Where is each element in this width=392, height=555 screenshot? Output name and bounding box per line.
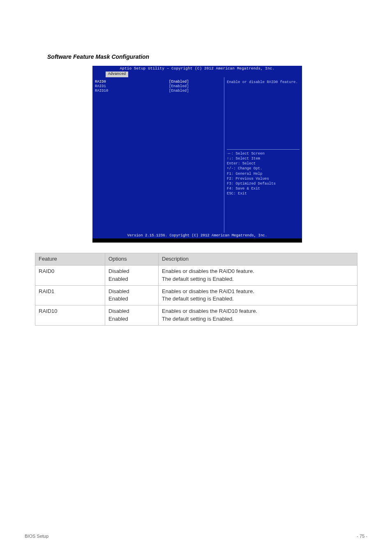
settings-table: Feature Options Description RAID0 Disabl…: [35, 253, 357, 326]
section-heading: Software Feature Mask Configuration: [47, 53, 149, 60]
key-select-item: ↑↓: Select Item: [227, 156, 300, 161]
option-label: RAID0: [95, 80, 169, 84]
bios-tab-row: Advanced: [92, 72, 302, 77]
key-legend: →←: Select Screen ↑↓: Select Item Enter:…: [227, 149, 300, 196]
table-header-row: Feature Options Description: [35, 253, 357, 266]
cell-options: DisabledEnabled: [105, 265, 159, 285]
key-f3: F3: Optimized Defaults: [227, 181, 300, 186]
col-options: Options: [105, 253, 159, 266]
bios-options-pane[interactable]: RAID0 [Enabled] RAID1 [Enabled] RAID10 […: [92, 77, 224, 233]
cell-feature: RAID0: [35, 265, 105, 285]
table-row: RAID1 DisabledEnabled Enables or disable…: [35, 285, 357, 305]
option-value: [Enabled]: [169, 84, 189, 88]
cell-feature: RAID1: [35, 285, 105, 305]
key-f2: F2: Previous Values: [227, 176, 300, 181]
bios-title-bar: Aptio Setup Utility – Copyright (C) 2012…: [92, 66, 302, 72]
tab-advanced[interactable]: Advanced: [106, 72, 128, 77]
option-raid0[interactable]: RAID0 [Enabled]: [95, 80, 221, 84]
key-f4: F4: Save & Exit: [227, 186, 300, 191]
footer-page-number: - 75 -: [357, 534, 367, 539]
option-raid1[interactable]: RAID1 [Enabled]: [95, 84, 221, 88]
table-row: RAID10 DisabledEnabled Enables or disabl…: [35, 305, 357, 326]
help-text: Enable or disable RAID0 feature.: [227, 80, 300, 85]
key-f1: F1: General Help: [227, 171, 300, 176]
option-label: RAID1: [95, 84, 169, 88]
option-value: [Enabled]: [169, 89, 189, 93]
cell-feature: RAID10: [35, 305, 105, 326]
key-esc: ESC: Exit: [227, 191, 300, 196]
bios-help-pane: Enable or disable RAID0 feature. →←: Sel…: [224, 77, 302, 233]
col-description: Description: [159, 253, 357, 266]
bios-screenshot: Aptio Setup Utility – Copyright (C) 2012…: [92, 66, 302, 243]
option-label: RAID10: [95, 89, 169, 93]
cell-options: DisabledEnabled: [105, 305, 159, 326]
cell-options: DisabledEnabled: [105, 285, 159, 305]
bios-version-footer: Version 2.15.1236. Copyright (C) 2012 Am…: [92, 233, 302, 238]
footer-section: BIOS Setup: [25, 534, 48, 539]
page-footer: BIOS Setup - 75 -: [25, 534, 367, 539]
cell-desc: Enables or disables the RAID10 feature.T…: [159, 305, 357, 326]
key-select-screen: →←: Select Screen: [227, 151, 300, 156]
key-enter: Enter: Select: [227, 161, 300, 166]
cell-desc: Enables or disables the RAID1 feature.Th…: [159, 285, 357, 305]
option-raid10[interactable]: RAID10 [Enabled]: [95, 89, 221, 93]
cell-desc: Enables or disables the RAID0 feature.Th…: [159, 265, 357, 285]
col-feature: Feature: [35, 253, 105, 266]
table-row: RAID0 DisabledEnabled Enables or disable…: [35, 265, 357, 285]
option-value: [Enabled]: [169, 80, 189, 84]
key-change-opt: +/-: Change Opt.: [227, 166, 300, 171]
